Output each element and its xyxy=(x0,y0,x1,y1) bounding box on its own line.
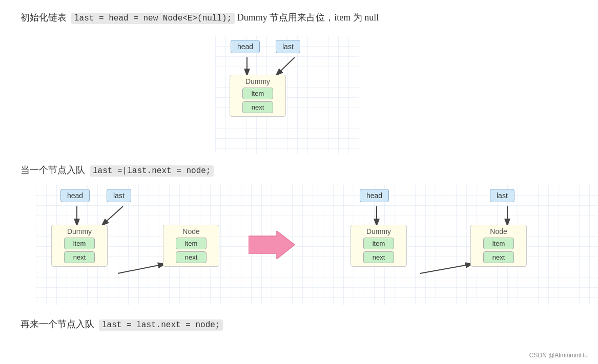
diagram1-next-cell: next xyxy=(242,101,273,113)
diagram2-right-node-box: Node item next xyxy=(470,225,527,267)
section2-text-prefix: 当一个节点入队 xyxy=(20,165,85,175)
diagram2-right-head-box: head xyxy=(360,189,389,202)
svg-marker-13 xyxy=(249,231,295,259)
diagram2-left-head-label: head xyxy=(67,191,83,200)
section1-text-prefix: 初始化链表 xyxy=(20,12,67,23)
diagram2-left-node-box: Node item next xyxy=(163,225,219,267)
svg-line-2 xyxy=(277,57,295,75)
section1-text-suffix: Dummy 节点用来占位，item 为 null xyxy=(237,12,379,23)
big-arrow-svg xyxy=(249,231,295,259)
diagram1-dummy-box: Dummy item next xyxy=(230,75,286,117)
svg-line-8 xyxy=(102,206,123,225)
diagram2-right-node-next: next xyxy=(483,251,514,263)
diagram2-left-last-label: last xyxy=(113,191,125,200)
diagram2-right-node-item: item xyxy=(483,238,514,249)
diagram2-right-last-label: last xyxy=(497,191,508,200)
svg-line-12 xyxy=(420,264,471,273)
section1-text: 初始化链表 last = head = new Node<E>(null); D… xyxy=(20,10,578,26)
section3-code: last = last.next = node; xyxy=(99,319,223,331)
diagram2-left-node-title: Node xyxy=(178,225,203,237)
watermark: CSDN @AlminminHu xyxy=(529,352,588,359)
section1-code: last = head = new Node<E>(null); xyxy=(71,13,235,24)
diagram2-left-dummy-box: Dummy item next xyxy=(51,225,108,267)
diagram2-right-dummy-title: Dummy xyxy=(362,225,395,237)
diagram2-left-node-item: item xyxy=(176,238,207,249)
diagram1-head-label: head xyxy=(237,42,253,51)
diagram2-right-last-box: last xyxy=(490,189,514,202)
diagram1: head last Dummy item next xyxy=(215,36,359,154)
section3-text-prefix: 再来一个节点入队 xyxy=(20,319,94,329)
diagram2-right-node-title: Node xyxy=(486,225,511,237)
diagram2-left-node-next: next xyxy=(176,251,207,263)
diagram2-right-head-label: head xyxy=(366,191,382,200)
section2-text: 当一个节点入队 last =|last.next = node; xyxy=(20,163,578,178)
diagram2-left-dummy-item: item xyxy=(64,238,95,249)
diagram1-item-cell: item xyxy=(242,88,273,99)
diagram2-left-dummy-next: next xyxy=(64,251,95,263)
diagram2-right-dummy-next: next xyxy=(363,251,394,263)
svg-line-9 xyxy=(118,264,164,273)
diagram2: head last Dummy item next Node item next xyxy=(36,185,598,305)
diagram1-head-box: head xyxy=(231,40,260,53)
diagram2-right-dummy-item: item xyxy=(363,238,394,249)
diagram2-area: head last Dummy item next Node item next xyxy=(20,185,578,308)
section2-code: last =|last.next = node; xyxy=(90,165,214,177)
section3-text: 再来一个节点入队 last = last.next = node; xyxy=(20,317,578,332)
diagram1-last-box: last xyxy=(276,40,300,53)
big-arrow xyxy=(249,231,295,261)
diagram2-left-last-box: last xyxy=(107,189,131,202)
diagram2-left-head-box: head xyxy=(60,189,90,202)
page-container: 初始化链表 last = head = new Node<E>(null); D… xyxy=(0,0,598,364)
diagram2-right-dummy-box: Dummy item next xyxy=(350,225,407,267)
diagram1-area: head last Dummy item next xyxy=(20,36,578,154)
diagram2-left-dummy-title: Dummy xyxy=(63,225,96,237)
diagram1-dummy-title: Dummy xyxy=(241,75,274,87)
diagram1-last-label: last xyxy=(282,42,294,51)
